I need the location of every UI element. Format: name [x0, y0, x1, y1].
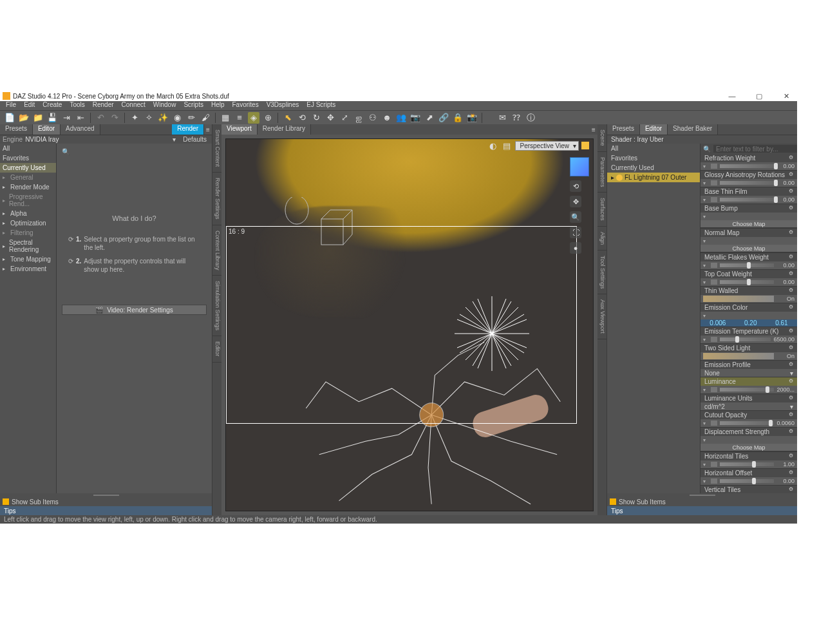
property-dropdown[interactable]: cd/m^2▾ [701, 402, 797, 410]
close-button[interactable]: ✕ [778, 92, 795, 100]
tree-render-mode[interactable]: ▸Render Mode [0, 182, 56, 192]
vtab-simulation-settings[interactable]: Simulation Settings [212, 276, 221, 336]
rtree-currently[interactable]: Currently Used [607, 163, 700, 173]
orbit-icon[interactable]: ↻ [310, 112, 322, 124]
tips-bar-left[interactable]: Tips [0, 506, 212, 515]
property-slider[interactable]: ▾0.00 [701, 477, 797, 485]
menu-window[interactable]: Window [150, 101, 180, 110]
map-thumb-icon[interactable] [711, 478, 717, 484]
maximize-button[interactable]: ▢ [751, 92, 767, 100]
dolly-tool-icon[interactable]: 🔍 [570, 211, 581, 223]
snap-icon[interactable]: ◈ [248, 112, 259, 124]
tips-bar-right[interactable]: Tips [607, 506, 797, 515]
sphere-mode-icon[interactable]: ◐ [487, 140, 498, 151]
engine-dropdown[interactable]: NVIDIA Iray [25, 136, 170, 143]
camera-icon[interactable]: 📷 [409, 112, 421, 124]
surface-selected-item[interactable]: ▸ FL Lightning 07 Outer [607, 173, 700, 182]
rtab-editor[interactable]: Editor [640, 124, 668, 135]
color-values[interactable]: 0.0060.200.61 [701, 319, 797, 327]
tab-viewport[interactable]: Viewport [221, 124, 258, 135]
pan-tool-icon[interactable]: ✥ [570, 196, 581, 207]
link-icon[interactable]: 🔗 [438, 112, 449, 124]
vtab-surfaces[interactable]: Surfaces [597, 193, 607, 227]
export-icon[interactable]: ⇤ [75, 112, 86, 124]
property-slider[interactable]: ▾0.00 [701, 196, 797, 204]
cursor-icon[interactable]: ⬈ [424, 112, 435, 124]
undo-icon[interactable]: ↶ [95, 112, 106, 124]
property-slider[interactable]: ▾2000... [701, 386, 797, 393]
property-gear-icon[interactable]: ⚙ [789, 469, 793, 477]
open-recent-icon[interactable]: 📁 [32, 112, 44, 124]
vp-warning-icon[interactable] [581, 142, 589, 149]
rtree-favorites[interactable]: Favorites [607, 153, 700, 163]
menu-ejscripts[interactable]: EJ Scripts [303, 101, 339, 110]
expand-icon[interactable]: ▾ [703, 263, 708, 269]
tree-general[interactable]: ▸General [0, 173, 56, 182]
tree-filtering[interactable]: ▸Filtering [0, 228, 56, 238]
heads-icon[interactable]: ☻ [381, 112, 393, 124]
property-gear-icon[interactable]: ⚙ [789, 205, 793, 212]
viewport-3d[interactable]: 16 : 9 ◐ ▤ Perspective View ⟲ ✥ 🔍 ⛶ ● [225, 138, 594, 511]
expand-arrow-icon[interactable]: ▸ [611, 174, 614, 181]
expand-icon[interactable]: ▾ [703, 437, 708, 443]
expand-icon[interactable]: ▾ [703, 164, 708, 169]
expand-icon[interactable]: ▾ [703, 462, 708, 468]
menu-help[interactable]: Help [208, 101, 228, 110]
panel-menu-icon[interactable]: ≡ [204, 124, 212, 135]
map-thumb-icon[interactable] [711, 387, 717, 392]
dforce-icon[interactable]: ஐ [353, 112, 364, 124]
map-thumb-icon[interactable] [711, 279, 717, 285]
tree-progressive[interactable]: ▸Progressive Rend... [0, 192, 56, 209]
property-dropdown[interactable]: None▾ [701, 369, 797, 377]
open-icon[interactable]: 📂 [18, 112, 30, 124]
menu-favorites[interactable]: Favorites [229, 101, 262, 110]
menu-tools[interactable]: Tools [66, 101, 88, 110]
spray-icon[interactable]: ✏ [185, 112, 197, 124]
align-icon[interactable]: ≡ [234, 112, 245, 124]
menu-create[interactable]: Create [39, 101, 65, 110]
expand-icon[interactable]: ▾ [703, 421, 708, 426]
choose-map-button[interactable]: Choose Map [701, 444, 797, 451]
vtab-smart-content[interactable]: Smart Content [212, 124, 221, 173]
property-gear-icon[interactable]: ⚙ [789, 395, 793, 402]
property-slider[interactable]: ▾6500.00 [701, 336, 797, 343]
mail-icon[interactable]: ✉ [496, 112, 508, 124]
expand-icon[interactable]: ▾ [703, 197, 708, 203]
drag-handle-icon[interactable] [690, 495, 715, 496]
property-toggle[interactable]: On [701, 295, 797, 303]
vtab-parameters[interactable]: Parameters [597, 152, 607, 193]
property-gear-icon[interactable]: ⚙ [789, 428, 793, 435]
tab-editor[interactable]: Editor [33, 124, 61, 135]
property-gear-icon[interactable]: ⚙ [789, 361, 793, 368]
property-gear-icon[interactable]: ⚙ [789, 155, 793, 162]
map-thumb-icon[interactable] [711, 197, 717, 202]
save-icon[interactable]: 💾 [46, 112, 58, 124]
property-slider[interactable]: ▾0.0060 [701, 419, 797, 427]
property-slider[interactable]: ▾0.00 [701, 261, 797, 269]
property-gear-icon[interactable]: ⚙ [789, 287, 793, 294]
property-gear-icon[interactable]: ⚙ [789, 345, 793, 352]
property-gear-icon[interactable]: ⚙ [789, 378, 793, 385]
tree-optimization[interactable]: ▸Optimization [0, 218, 56, 228]
menu-file[interactable]: File [3, 101, 19, 110]
map-thumb-icon[interactable] [711, 180, 717, 185]
engine-dropdown-arrow-icon[interactable]: ▾ [170, 136, 178, 143]
expand-icon[interactable]: ▾ [703, 238, 708, 244]
render-button[interactable]: Render [172, 124, 204, 135]
vp-list-icon[interactable]: ▤ [501, 140, 513, 151]
property-gear-icon[interactable]: ⚙ [789, 453, 793, 460]
property-gear-icon[interactable]: ⚙ [789, 229, 793, 236]
property-slider[interactable]: ▾0.00 [701, 162, 797, 170]
property-gear-icon[interactable]: ⚙ [789, 486, 793, 493]
frame-tool-icon[interactable]: ⛶ [570, 227, 581, 238]
menu-connect[interactable]: Connect [118, 101, 149, 110]
grid-icon[interactable]: ▦ [220, 112, 231, 124]
show-sub-items-checkbox-right[interactable] [610, 498, 616, 505]
reset-view-icon[interactable]: ● [570, 242, 581, 254]
property-filter-input[interactable] [713, 145, 797, 153]
map-thumb-icon[interactable] [711, 421, 717, 426]
vtab-tool-settings[interactable]: Tool Settings [597, 251, 607, 295]
viewport-menu-icon[interactable]: ≡ [590, 124, 597, 135]
bone-icon[interactable]: ✦ [129, 112, 140, 124]
tree-favorites[interactable]: Favorites [0, 153, 56, 163]
